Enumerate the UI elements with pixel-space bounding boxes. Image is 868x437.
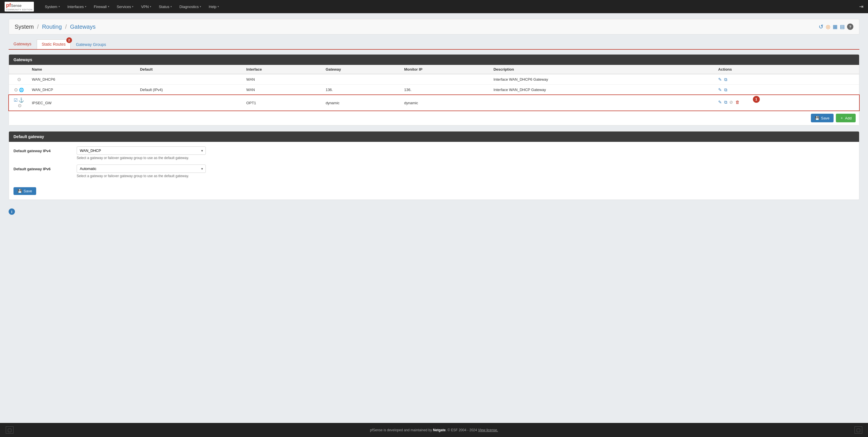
save-icon: 💾 [815, 116, 819, 120]
default-gw-save-button[interactable]: 💾 Save [13, 187, 36, 195]
breadcrumb-gateways[interactable]: Gateways [70, 24, 96, 30]
row-monitor-ip: dynamic [401, 95, 491, 111]
status-check-icon: ⊙ [17, 77, 21, 82]
table-header: Name Default Interface Gateway Monitor I… [9, 65, 859, 74]
caret-icon: ▾ [132, 5, 133, 8]
breadcrumb-sep1: / [37, 24, 39, 30]
row-default [137, 74, 243, 85]
caret-icon: ▾ [150, 5, 151, 8]
footer: ▢ pfSense is developed and maintained by… [0, 423, 868, 437]
table-body: ⊙ WAN_DHCP6 WAN Interface WAN_DHCP6 Gate… [9, 74, 859, 111]
status-icon[interactable]: ◎ [826, 24, 830, 30]
default-gateway-panel: Default gateway Default gateway IPv4 WAN… [9, 131, 859, 200]
save-icon: 💾 [18, 189, 22, 193]
table-row: ⊙ WAN_DHCP6 WAN Interface WAN_DHCP6 Gate… [9, 74, 859, 85]
nav-item-firewall[interactable]: Firewall▾ [90, 2, 113, 11]
ipv4-select-wrapper: WAN_DHCP IPSEC_GW Automatic None [76, 147, 206, 155]
help-icon[interactable]: ? [847, 24, 854, 30]
ipv6-control: Automatic WAN_DHCP6 None Select a gatewa… [76, 164, 855, 178]
nav-item-interfaces[interactable]: Interfaces▾ [64, 2, 90, 11]
gateways-heading: Gateways [9, 55, 859, 65]
page-header: System / Routing / Gateways ↺ ◎ ▦ ▤ ? [9, 19, 859, 34]
caret-icon: ▾ [218, 5, 219, 8]
gateways-table: Name Default Interface Gateway Monitor I… [9, 65, 859, 111]
row-gateway [322, 74, 401, 85]
ipv6-form-row: Default gateway IPv6 Automatic WAN_DHCP6… [13, 164, 855, 178]
breadcrumb: System / Routing / Gateways [14, 24, 96, 30]
logout-button[interactable]: ⇥ [859, 3, 863, 10]
edit-icon[interactable]: ✎ [718, 100, 722, 104]
nav-item-system[interactable]: System▾ [41, 2, 63, 11]
row-actions: ✎ ⧉ [715, 85, 859, 95]
row-name: WAN_DHCP [29, 85, 137, 95]
col-actions: Actions [715, 65, 859, 74]
tabs-border [9, 49, 859, 50]
ipv4-form-row: Default gateway IPv4 WAN_DHCP IPSEC_GW A… [13, 147, 855, 160]
tab-gateway-groups[interactable]: Gateway Groups [71, 40, 111, 49]
info-icon[interactable]: i [9, 209, 15, 215]
edit-icon[interactable]: ✎ [718, 87, 722, 92]
ipv4-label: Default gateway IPv4 [13, 147, 76, 153]
nav-item-diagnostics[interactable]: Diagnostics▾ [176, 2, 205, 11]
edit-icon[interactable]: ✎ [718, 77, 722, 82]
brand-logo: pfSense COMMUNITY EDITION [5, 2, 36, 11]
row-actions: ✎ ⧉ [715, 74, 859, 85]
globe-icon: 🌐 [19, 88, 24, 92]
nav-item-status[interactable]: Status▾ [155, 2, 175, 11]
col-gateway: Gateway [322, 65, 401, 74]
nav-item-vpn[interactable]: VPN▾ [137, 2, 155, 11]
nav-item-help[interactable]: Help▾ [205, 2, 222, 11]
page-header-actions: ↺ ◎ ▦ ▤ ? [818, 23, 854, 30]
logo-pf: pf [6, 2, 11, 8]
disable-icon[interactable]: ⊘ [730, 100, 733, 104]
ipv4-help: Select a gateway or failover gateway gro… [76, 156, 855, 160]
netgate-text: Netgate [433, 428, 445, 432]
row-name: IPSEC_GW [29, 95, 137, 111]
ipv6-select[interactable]: Automatic WAN_DHCP6 None [76, 164, 206, 173]
ipv4-control: WAN_DHCP IPSEC_GW Automatic None Select … [76, 147, 855, 160]
caret-icon: ▾ [200, 5, 201, 8]
delete-icon[interactable]: 🗑 [735, 100, 740, 104]
ipv4-select[interactable]: WAN_DHCP IPSEC_GW Automatic None [76, 147, 206, 155]
save-section: 💾 Save [9, 187, 859, 199]
row-interface: WAN [243, 74, 322, 85]
tab-gateways[interactable]: Gateways [9, 39, 36, 49]
copy-icon[interactable]: ⧉ [724, 87, 727, 92]
table-row: ⊙ 🌐 WAN_DHCP Default (IPv4) WAN 136. 136… [9, 85, 859, 95]
row-interface: WAN [243, 85, 322, 95]
table-btn-row: 💾 Save ＋ Add [9, 111, 859, 125]
logo-sense: Sense [11, 3, 22, 8]
row-description: Interface WAN_DHCP6 Gateway [491, 74, 715, 85]
main-content: System / Routing / Gateways ↺ ◎ ▦ ▤ ? Ga… [0, 13, 868, 423]
view-license-link[interactable]: View license. [478, 428, 498, 432]
footer-icon-right[interactable]: ▢ [855, 426, 862, 434]
nav-items: System▾ Interfaces▾ Firewall▾ Services▾ … [41, 2, 859, 11]
gateways-panel: Gateways Name Default Interface Gateway … [9, 54, 859, 125]
col-monitor-ip: Monitor IP [401, 65, 491, 74]
footer-icon-left[interactable]: ▢ [6, 426, 13, 434]
col-default: Default [137, 65, 243, 74]
caret-icon: ▾ [85, 5, 86, 8]
row-badge: 1 [753, 96, 760, 103]
tab-static-routes[interactable]: Static Routes 2 [37, 39, 70, 49]
copy-icon[interactable]: ⧉ [724, 100, 727, 104]
row-interface: OPT1 [243, 95, 322, 111]
checkbox-icon[interactable]: ☑ [14, 98, 18, 102]
copy-icon[interactable]: ⧉ [724, 77, 727, 82]
save-button[interactable]: 💾 Save [811, 114, 834, 122]
breadcrumb-sep2: / [65, 24, 67, 30]
nav-item-services[interactable]: Services▾ [113, 2, 137, 11]
caret-icon: ▾ [170, 5, 172, 8]
row-actions: ✎ ⧉ ⊘ 🗑 1 [715, 95, 859, 111]
breadcrumb-routing[interactable]: Routing [42, 24, 62, 30]
row-select-cell: ⊙ [9, 74, 29, 85]
add-button[interactable]: ＋ Add [836, 114, 856, 122]
status-check-icon: ⊙ [14, 87, 18, 92]
refresh-icon[interactable]: ↺ [818, 23, 824, 30]
row-select-cell: ⊙ 🌐 [9, 85, 29, 95]
chart-icon[interactable]: ▦ [833, 24, 838, 30]
caret-icon: ▾ [108, 5, 110, 8]
table-icon[interactable]: ▤ [840, 24, 845, 30]
row-description: Interface WAN_DHCP Gateway [491, 85, 715, 95]
anchor-icon: ⚓ [19, 98, 24, 102]
